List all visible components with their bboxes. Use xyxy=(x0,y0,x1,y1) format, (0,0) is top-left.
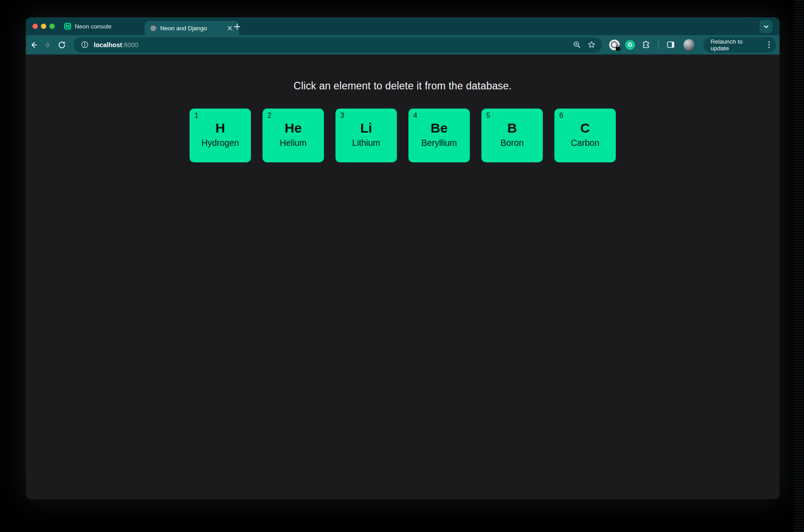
grammarly-extension-icon[interactable]: G xyxy=(624,39,636,51)
element-symbol: Li xyxy=(335,121,397,135)
element-card-helium[interactable]: 2 He Helium xyxy=(263,109,324,162)
minimize-window-button[interactable] xyxy=(41,24,46,29)
atomic-number: 3 xyxy=(340,112,344,119)
element-symbol: Be xyxy=(408,121,470,135)
zoom-icon[interactable] xyxy=(573,40,581,49)
element-name: Helium xyxy=(263,138,324,148)
element-symbol: C xyxy=(554,121,616,135)
forward-button[interactable] xyxy=(42,39,54,51)
browser-window: Neon console Neon and Django xyxy=(26,17,780,499)
tab-neon-and-django[interactable]: Neon and Django xyxy=(145,21,239,35)
element-name: Hydrogen xyxy=(190,138,251,148)
relaunch-label: Relaunch to update xyxy=(711,38,761,52)
chevron-down-icon xyxy=(763,24,769,30)
password-manager-extension-icon[interactable] xyxy=(608,39,620,51)
element-card-lithium[interactable]: 3 Li Lithium xyxy=(335,109,397,162)
extension-row: G Relaunch to update xyxy=(608,37,776,52)
element-name: Lithium xyxy=(335,138,397,148)
relaunch-to-update-button[interactable]: Relaunch to update xyxy=(703,37,776,52)
back-button[interactable] xyxy=(28,39,40,51)
window-controls xyxy=(32,24,55,29)
element-grid: 1 H Hydrogen 2 He Helium 3 Li Lithium 4 … xyxy=(26,109,780,162)
atomic-number: 1 xyxy=(194,112,198,119)
bookmark-star-icon[interactable] xyxy=(587,40,596,49)
address-bar[interactable]: localhost:8000 xyxy=(73,37,602,52)
tab-strip: Neon console Neon and Django xyxy=(26,17,780,35)
toolbar-divider xyxy=(658,41,659,49)
fullscreen-window-button[interactable] xyxy=(49,24,55,29)
tab-title: Neon and Django xyxy=(160,25,222,32)
element-symbol: B xyxy=(481,121,543,135)
extensions-puzzle-icon[interactable] xyxy=(640,39,652,51)
element-card-hydrogen[interactable]: 1 H Hydrogen xyxy=(190,109,251,162)
tab-search-button[interactable] xyxy=(760,20,772,33)
profile-avatar[interactable] xyxy=(683,39,695,51)
side-panel-icon[interactable] xyxy=(665,39,677,51)
element-symbol: He xyxy=(263,121,324,135)
element-card-beryllium[interactable]: 4 Be Beryllium xyxy=(408,109,470,162)
url-port: :8000 xyxy=(122,41,138,48)
element-name: Carbon xyxy=(554,138,616,148)
neon-logo-icon xyxy=(64,23,71,30)
element-name: Boron xyxy=(481,138,543,148)
globe-icon xyxy=(150,25,157,32)
page-content: Click an element to delete it from the d… xyxy=(26,55,780,499)
new-tab-button[interactable] xyxy=(232,22,242,32)
close-window-button[interactable] xyxy=(32,24,38,29)
atomic-number: 4 xyxy=(413,112,417,119)
browser-toolbar: localhost:8000 xyxy=(26,35,780,55)
url-host: localhost xyxy=(94,41,122,48)
element-card-carbon[interactable]: 6 C Carbon xyxy=(554,109,616,162)
element-symbol: H xyxy=(190,121,251,135)
url-text: localhost:8000 xyxy=(94,41,138,48)
atomic-number: 6 xyxy=(559,112,563,119)
atomic-number: 5 xyxy=(486,112,490,119)
atomic-number: 2 xyxy=(267,112,271,119)
element-card-boron[interactable]: 5 B Boron xyxy=(481,109,543,162)
site-info-icon[interactable] xyxy=(80,40,90,50)
kebab-menu-icon xyxy=(766,41,772,48)
reload-button[interactable] xyxy=(56,39,68,51)
element-name: Beryllium xyxy=(408,138,470,148)
page-title: Click an element to delete it from the d… xyxy=(26,55,780,92)
desktop-background-noise xyxy=(794,0,804,532)
